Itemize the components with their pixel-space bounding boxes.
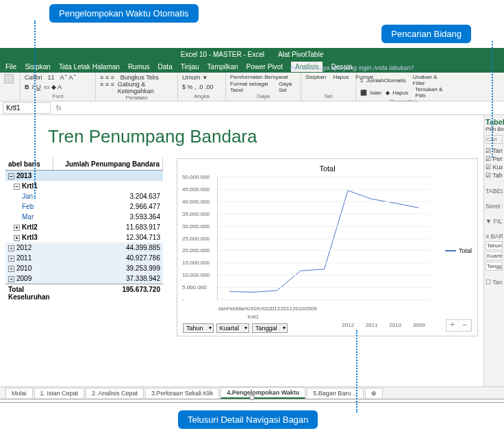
- fieldpane-title: Tabel Pivot: [486, 118, 503, 126]
- number-format[interactable]: Umum: [182, 74, 201, 81]
- pivot-row[interactable]: Feb2.966.477: [5, 201, 163, 212]
- drill-buttons: + −: [446, 319, 472, 332]
- field-tahun[interactable]: ☑ Tahun: [486, 171, 503, 180]
- callout-drill: Telusuri Detail Navigasi Bagan: [178, 410, 318, 429]
- sheet-tab[interactable]: 1. Isian Cepat: [34, 388, 85, 398]
- tab-powerpivot[interactable]: Power Pivot: [247, 63, 283, 71]
- tab-data[interactable]: Data: [158, 63, 173, 71]
- pivot-row[interactable]: +Krtl312.304.713: [5, 232, 163, 243]
- more-tables[interactable]: TABEL LAINNYA: [486, 188, 503, 195]
- tab-insert[interactable]: Sisipkan: [25, 63, 51, 71]
- paste-icon[interactable]: [4, 74, 14, 84]
- pivot-header-rows: abel baris: [5, 158, 53, 170]
- insert-cells[interactable]: Sisipkan: [305, 74, 326, 80]
- pivot-total-value: 195.673.720: [67, 284, 163, 302]
- callout-time-grouping: Pengelompokan Waktu Otomatis: [49, 4, 199, 23]
- tab-review[interactable]: Tinjau: [181, 63, 199, 71]
- tab-formulas[interactable]: Rumus: [128, 63, 150, 71]
- ribbon-tabs: File Sisipkan Tata Letak Halaman Rumus D…: [0, 60, 504, 73]
- callout-line: [34, 21, 36, 199]
- pivot-row[interactable]: +201244.399.885: [5, 243, 163, 253]
- formula-bar: Krtl1 fx: [0, 101, 504, 115]
- sheet-tab[interactable]: 2. Analisis Cepat: [86, 388, 144, 398]
- pivot-row[interactable]: −2013: [5, 171, 163, 181]
- rows-drop-tanggal[interactable]: Tanggal: [486, 262, 503, 271]
- sort-filter[interactable]: Urutkan & Filter: [413, 74, 448, 86]
- font-name[interactable]: Calibri: [25, 74, 42, 81]
- callout-line: [356, 330, 357, 412]
- page-title: Tren Penumpang Bandara: [0, 115, 483, 158]
- pivot-row[interactable]: Mar3.593.364: [5, 212, 163, 222]
- app-title: Excel 10 - MASTER - Excel: [181, 51, 264, 58]
- defer-layout[interactable]: Tangguhkan: [492, 279, 503, 286]
- chart-filter-quarter[interactable]: Kuartal: [216, 323, 250, 333]
- callout-line: [492, 41, 493, 158]
- autosum[interactable]: JumlahOtomatis: [366, 77, 406, 84]
- pivot-row[interactable]: +200937.338.942: [5, 273, 163, 284]
- sheet-tab-active[interactable]: 4.Pengelompokan Waktu: [220, 387, 305, 399]
- zoom-slider-handle[interactable]: [249, 395, 255, 400]
- pivot-row[interactable]: +Krtl211.683.917: [5, 222, 163, 232]
- drill-down-button[interactable]: +: [446, 320, 459, 331]
- pivot-row[interactable]: +201140.927.786: [5, 253, 163, 263]
- cond-format[interactable]: Pemformatan Bersyarat: [230, 74, 288, 80]
- pivot-field-pane: Tabel Pivot Pilih Bidang untuk Cari ☑ Ta…: [483, 115, 504, 386]
- find-select[interactable]: Temukan & Pilih: [415, 86, 448, 99]
- pivot-tools: Alat PivotTable: [278, 51, 323, 58]
- tab-file[interactable]: File: [5, 63, 16, 71]
- pivot-row[interactable]: Jan3.204.637: [5, 191, 163, 201]
- chart-plot: -5.000.00010.000.00015.000.00020.000.000…: [217, 177, 431, 300]
- chart-title: Total: [183, 164, 472, 173]
- field-kuartal[interactable]: ☑ Kuartal: [486, 163, 503, 171]
- font-size[interactable]: 11: [48, 74, 55, 81]
- clear[interactable]: Hapus: [392, 90, 408, 96]
- sheet-tab[interactable]: Mulai: [5, 388, 33, 398]
- pivot-header-values: Jumlah Penumpang Bandara: [53, 158, 163, 170]
- format-table[interactable]: Format sebagai Tabel: [230, 81, 272, 93]
- tab-layout[interactable]: Tata Letak Halaman: [59, 63, 120, 71]
- tab-view[interactable]: Tampilkan: [207, 63, 238, 71]
- pivot-total-label: Total Keseluruhan: [5, 284, 67, 302]
- pivot-row[interactable]: +201039.253.999: [5, 263, 163, 273]
- pivot-row[interactable]: −Krtl1: [5, 181, 163, 191]
- field-search-input[interactable]: Cari: [486, 135, 503, 144]
- field-tanggal[interactable]: ☑ Tanggal: [486, 147, 503, 155]
- pivot-table[interactable]: abel baris Jumlah Penumpang Bandara −201…: [5, 158, 163, 336]
- merge-center[interactable]: Gabung & Ketengahkan: [118, 81, 173, 95]
- pivot-chart[interactable]: Total -5.000.00010.000.00015.000.00020.0…: [177, 158, 478, 336]
- delete-cells[interactable]: Hapus: [333, 74, 349, 80]
- drill-up-button[interactable]: −: [459, 320, 471, 331]
- callout-field-search: Pencarian Bidang: [381, 25, 471, 43]
- field-penumpang[interactable]: ☑ Penumpang: [486, 155, 503, 163]
- ribbon: Calibri 11 A˄ A˅ B I U ▭ ◆ A Font ≡ ≡ ≡ …: [0, 73, 504, 101]
- wrap-text[interactable]: Bungkus Teks: [121, 74, 159, 81]
- fill[interactable]: Isian: [370, 90, 381, 96]
- worksheet: Tren Penumpang Bandara abel baris Jumlah…: [0, 115, 483, 386]
- new-sheet-button[interactable]: ⊕: [365, 388, 383, 398]
- sheet-tab[interactable]: 5.Bagan Baru ...: [307, 388, 364, 398]
- chart-filter-date[interactable]: Tanggal: [252, 323, 288, 333]
- chart-filter-year[interactable]: Tahun: [183, 323, 214, 333]
- sheet-tab[interactable]: 3.Perkiraan Sekali Klik: [145, 388, 219, 398]
- name-box[interactable]: Krtl1: [3, 102, 51, 114]
- chart-legend: Total: [445, 247, 472, 254]
- rows-drop-tahun[interactable]: Tahun: [486, 241, 503, 250]
- legend-line-icon: [445, 250, 456, 251]
- cell-styles[interactable]: Gaya Sel: [279, 81, 297, 93]
- titlebar: Excel 10 - MASTER - Excel Alat PivotTabl…: [0, 48, 504, 60]
- rows-drop-kuartal[interactable]: Kuartal: [486, 251, 503, 260]
- tell-me[interactable]: Beri tahu saya apa yang ingin Anda lakuk…: [288, 62, 416, 74]
